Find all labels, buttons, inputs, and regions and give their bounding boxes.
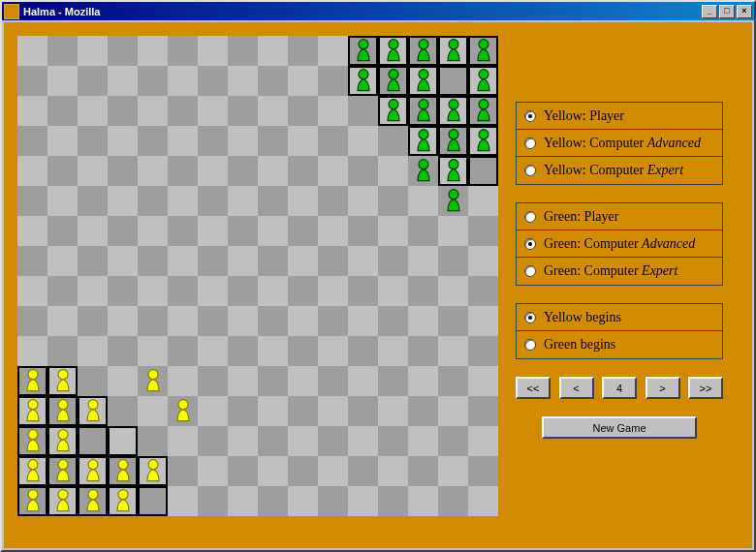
board-square[interactable] bbox=[378, 396, 408, 426]
board-square[interactable] bbox=[198, 126, 228, 156]
yellow-piece[interactable] bbox=[112, 457, 134, 482]
board-square[interactable] bbox=[468, 36, 498, 66]
board-square[interactable] bbox=[198, 36, 228, 66]
board-square[interactable] bbox=[78, 426, 108, 456]
board-square[interactable] bbox=[47, 396, 78, 426]
board-square[interactable] bbox=[468, 336, 498, 366]
board-square[interactable] bbox=[138, 96, 168, 126]
yellow-piece[interactable] bbox=[82, 487, 104, 512]
board-square[interactable] bbox=[78, 156, 108, 186]
board-square[interactable] bbox=[78, 186, 108, 216]
board-square[interactable] bbox=[47, 126, 78, 156]
board-square[interactable] bbox=[17, 96, 47, 126]
board-square[interactable] bbox=[78, 96, 108, 126]
board-square[interactable] bbox=[138, 216, 168, 246]
green-piece[interactable] bbox=[413, 127, 434, 152]
board-square[interactable] bbox=[228, 456, 258, 486]
board-square[interactable] bbox=[348, 456, 378, 486]
board-square[interactable] bbox=[318, 216, 348, 246]
board-square[interactable] bbox=[408, 486, 438, 516]
board-square[interactable] bbox=[468, 276, 498, 306]
board-square[interactable] bbox=[438, 366, 468, 396]
board-square[interactable] bbox=[408, 456, 438, 486]
board-square[interactable] bbox=[198, 366, 228, 396]
board-square[interactable] bbox=[228, 276, 258, 306]
nav-first-button[interactable]: << bbox=[516, 377, 551, 399]
board-square[interactable] bbox=[408, 426, 438, 456]
green-option-adv[interactable]: Green: Computer Advanced bbox=[517, 230, 722, 258]
board-square[interactable] bbox=[408, 126, 438, 156]
board-square[interactable] bbox=[228, 306, 258, 336]
board-square[interactable] bbox=[378, 96, 408, 126]
board-square[interactable] bbox=[168, 456, 198, 486]
board-square[interactable] bbox=[108, 156, 138, 186]
board-square[interactable] bbox=[258, 396, 288, 426]
yellow-piece[interactable] bbox=[22, 427, 44, 452]
board-square[interactable] bbox=[348, 366, 378, 396]
board-square[interactable] bbox=[438, 486, 468, 516]
green-piece[interactable] bbox=[413, 97, 434, 122]
board-square[interactable] bbox=[198, 66, 228, 96]
green-piece[interactable] bbox=[473, 37, 494, 62]
board-square[interactable] bbox=[138, 426, 168, 456]
board-square[interactable] bbox=[138, 306, 168, 336]
board-square[interactable] bbox=[108, 66, 138, 96]
new-game-button[interactable]: New Game bbox=[542, 416, 697, 439]
board-square[interactable] bbox=[348, 156, 378, 186]
board-square[interactable] bbox=[78, 66, 108, 96]
board-square[interactable] bbox=[47, 36, 78, 66]
board-square[interactable] bbox=[318, 426, 348, 456]
yellow-piece[interactable] bbox=[112, 487, 134, 512]
board-square[interactable] bbox=[468, 426, 498, 456]
board-square[interactable] bbox=[228, 336, 258, 366]
board-square[interactable] bbox=[78, 216, 108, 246]
board-square[interactable] bbox=[438, 306, 468, 336]
board-square[interactable] bbox=[138, 156, 168, 186]
green-piece[interactable] bbox=[413, 37, 434, 62]
yellow-piece[interactable] bbox=[52, 427, 74, 452]
board-square[interactable] bbox=[198, 246, 228, 276]
board-square[interactable] bbox=[408, 156, 438, 186]
board-square[interactable] bbox=[438, 126, 468, 156]
board-square[interactable] bbox=[288, 486, 318, 516]
board-square[interactable] bbox=[78, 246, 108, 276]
board-square[interactable] bbox=[168, 186, 198, 216]
board-square[interactable] bbox=[408, 336, 438, 366]
board-square[interactable] bbox=[318, 366, 348, 396]
green-piece[interactable] bbox=[473, 67, 494, 92]
board-square[interactable] bbox=[198, 276, 228, 306]
board-square[interactable] bbox=[348, 126, 378, 156]
board-square[interactable] bbox=[228, 36, 258, 66]
board-square[interactable] bbox=[47, 456, 78, 486]
board-square[interactable] bbox=[258, 156, 288, 186]
board-square[interactable] bbox=[168, 216, 198, 246]
board-square[interactable] bbox=[468, 126, 498, 156]
board-square[interactable] bbox=[228, 486, 258, 516]
board-square[interactable] bbox=[468, 156, 498, 186]
board-square[interactable] bbox=[348, 186, 378, 216]
board-square[interactable] bbox=[198, 396, 228, 426]
yellow-piece[interactable] bbox=[52, 457, 74, 482]
board-square[interactable] bbox=[468, 396, 498, 426]
board-square[interactable] bbox=[47, 276, 78, 306]
yellow-option-exp[interactable]: Yellow: Computer Expert bbox=[517, 157, 722, 184]
green-piece[interactable] bbox=[443, 127, 464, 152]
board-square[interactable] bbox=[168, 126, 198, 156]
board-square[interactable] bbox=[348, 36, 378, 66]
green-piece[interactable] bbox=[443, 157, 464, 182]
begins-option-yellow[interactable]: Yellow begins bbox=[517, 304, 722, 331]
board-square[interactable] bbox=[78, 126, 108, 156]
board-square[interactable] bbox=[138, 396, 168, 426]
board-square[interactable] bbox=[408, 216, 438, 246]
board-square[interactable] bbox=[78, 396, 108, 426]
yellow-piece[interactable] bbox=[52, 487, 74, 512]
board-square[interactable] bbox=[258, 36, 288, 66]
green-piece[interactable] bbox=[383, 37, 404, 62]
board-square[interactable] bbox=[438, 216, 468, 246]
board-square[interactable] bbox=[228, 246, 258, 276]
green-piece[interactable] bbox=[473, 97, 494, 122]
board-square[interactable] bbox=[468, 66, 498, 96]
yellow-option-player[interactable]: Yellow: Player bbox=[517, 103, 722, 130]
board-square[interactable] bbox=[348, 246, 378, 276]
board-square[interactable] bbox=[378, 216, 408, 246]
